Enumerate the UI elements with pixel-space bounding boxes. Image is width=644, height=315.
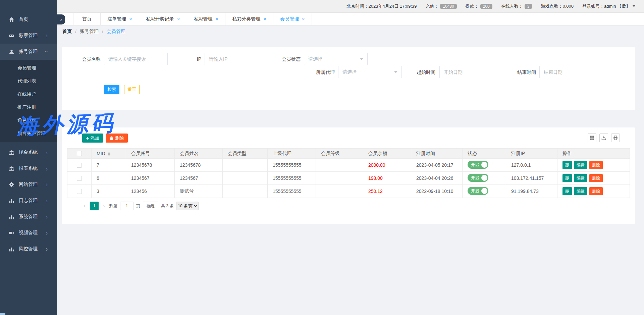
ip-input[interactable]: [205, 53, 268, 65]
edit-button[interactable]: 编辑: [574, 161, 587, 169]
sidebar-item-5[interactable]: 网站管理›: [0, 176, 57, 193]
end-date-input[interactable]: [539, 66, 603, 78]
filter-grid-button[interactable]: [588, 134, 596, 142]
horizontal-scrollbar-thumb[interactable]: [0, 313, 5, 315]
beijing-time: 北京时间： 2023年4月24日 17:09:39: [347, 3, 417, 9]
delete-row-button[interactable]: 删除: [589, 161, 603, 169]
page-1-button[interactable]: 1: [90, 202, 99, 210]
bank-icon: [9, 166, 14, 171]
sidebar-subitem-5[interactable]: 后台账户管理: [0, 127, 57, 140]
account-value: admin 【后】: [604, 3, 630, 9]
print-button[interactable]: [611, 134, 620, 142]
stat-badge: 200: [480, 4, 492, 9]
tab-0[interactable]: 首页: [73, 13, 101, 25]
cell-ip: 127.0.0.1: [506, 159, 557, 172]
stat-label: 游戏点数：: [541, 3, 562, 9]
status-toggle-label: 开启: [471, 162, 479, 167]
cell-ip: 103.172.41.157: [506, 172, 557, 185]
chevron-right-icon: ›: [46, 181, 48, 188]
tabbar: ‹ 首页注单管理×私彩开奖记录×私彩管理×私彩分类管理×会员管理×: [57, 12, 644, 25]
agent-select[interactable]: 请选择: [338, 66, 402, 78]
delete-row-button[interactable]: 删除: [589, 187, 603, 195]
sidebar-item-label: 视频管理: [19, 230, 38, 236]
close-tab-icon[interactable]: ×: [216, 16, 219, 21]
close-tab-icon[interactable]: ×: [302, 16, 305, 21]
kick-button[interactable]: 踢: [562, 187, 572, 195]
stat-label: 在线人数：: [501, 3, 523, 9]
per-page-select[interactable]: 10 条/页: [176, 202, 199, 210]
sidebar-item-4[interactable]: 报表系统›: [0, 160, 57, 176]
select-all-checkbox[interactable]: [77, 151, 82, 156]
tab-2[interactable]: 私彩开奖记录×: [139, 13, 187, 25]
table-toolbar: [588, 134, 620, 142]
status-toggle-label: 开启: [471, 188, 479, 194]
stat-value: 0.000: [562, 4, 574, 9]
status-toggle[interactable]: 开启: [468, 187, 488, 195]
reset-button[interactable]: 重置: [124, 85, 140, 94]
start-time-label: 起始时间: [402, 69, 435, 75]
sidebar-item-6[interactable]: 日志管理›: [0, 193, 57, 209]
chevron-down-icon: [360, 58, 363, 60]
sidebar-subitem-0[interactable]: 会员管理: [0, 61, 57, 74]
sidebar-subitem-2[interactable]: 在线用户: [0, 88, 57, 101]
tab-4[interactable]: 私彩分类管理×: [225, 13, 273, 25]
sidebar-subitem-1[interactable]: 代理列表: [0, 74, 57, 88]
next-page-button[interactable]: ›: [101, 203, 107, 209]
breadcrumb-item-0[interactable]: 首页: [62, 29, 72, 35]
delete-button-label: 删除: [115, 135, 124, 141]
column-header-3: 会员类型: [223, 149, 268, 159]
cell-type: [223, 159, 268, 172]
tab-5[interactable]: 会员管理×: [273, 13, 312, 25]
edit-button[interactable]: 编辑: [574, 174, 587, 182]
close-tab-icon[interactable]: ×: [263, 16, 266, 21]
batch-delete-button[interactable]: 删除: [106, 134, 128, 143]
sidebar-collapse-button[interactable]: ‹: [57, 14, 65, 24]
sidebar-item-1[interactable]: 彩票管理›: [0, 28, 57, 44]
sidebar-subitem-4[interactable]: 角色管理: [0, 114, 57, 127]
export-button[interactable]: [599, 134, 608, 142]
cell-status: 开启: [463, 159, 506, 172]
goto-label: 到第: [109, 203, 117, 209]
toggle-knob: [481, 175, 487, 181]
sidebar-item-8[interactable]: 视频管理›: [0, 225, 57, 241]
sidebar-item-3[interactable]: 现金系统›: [0, 144, 57, 160]
sidebar-item-9[interactable]: 风控管理›: [0, 241, 57, 257]
row-checkbox[interactable]: [77, 176, 82, 181]
member-name-input[interactable]: [104, 53, 168, 65]
status-toggle[interactable]: 开启: [468, 161, 488, 169]
trash-icon: [110, 136, 113, 140]
add-button[interactable]: + 添加: [82, 134, 103, 143]
status-toggle[interactable]: 开启: [468, 174, 488, 182]
tab-3[interactable]: 私彩管理×: [187, 13, 226, 25]
kick-button[interactable]: 踢: [562, 174, 572, 182]
search-button[interactable]: 检索: [104, 85, 119, 94]
toggle-knob: [481, 188, 487, 194]
sidebar-subitem-3[interactable]: 推广注册: [0, 101, 57, 114]
tab-1[interactable]: 注单管理×: [101, 13, 139, 25]
close-tab-icon[interactable]: ×: [129, 16, 132, 21]
sidebar-item-2[interactable]: 账号管理›: [0, 44, 57, 60]
edit-button[interactable]: 编辑: [574, 187, 587, 195]
kick-button[interactable]: 踢: [562, 161, 572, 169]
goto-page-input[interactable]: [120, 202, 133, 210]
row-checkbox[interactable]: [77, 163, 82, 168]
sidebar-item-7[interactable]: 系统管理›: [0, 209, 57, 225]
sidebar-item-label: 报表系统: [19, 165, 38, 171]
close-tab-icon[interactable]: ×: [177, 16, 180, 21]
prev-page-button[interactable]: ‹: [82, 203, 87, 209]
sidebar-item-0[interactable]: 首页: [0, 11, 57, 28]
sidebar-item-label: 首页: [19, 16, 28, 22]
start-date-input[interactable]: [439, 66, 503, 78]
row-checkbox[interactable]: [77, 189, 82, 194]
plus-icon: +: [86, 136, 89, 141]
search-panel: 会员名称 IP 会员状态 请选择 所属代理 请选择 起始时间 结束时间 检索 重…: [62, 47, 635, 110]
breadcrumb-item-1[interactable]: 账号管理: [80, 29, 99, 35]
account-menu[interactable]: 登录账号： admin 【后】: [582, 3, 635, 9]
member-status-select[interactable]: 请选择: [304, 53, 368, 65]
confirm-button[interactable]: 确定: [143, 202, 158, 210]
export-icon: [601, 136, 606, 140]
cell-name: 测试号: [175, 185, 223, 198]
delete-row-button[interactable]: 删除: [589, 174, 603, 182]
sidebar-submenu: 会员管理代理列表在线用户推广注册角色管理后台账户管理: [0, 60, 57, 142]
sort-icon[interactable]: [108, 152, 110, 156]
